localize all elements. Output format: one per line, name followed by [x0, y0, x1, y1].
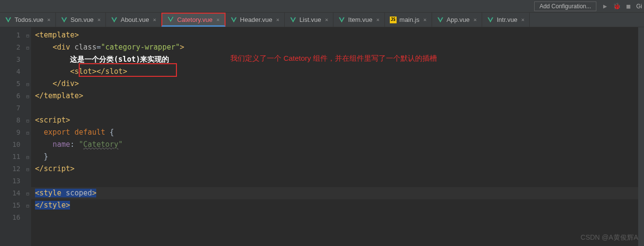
line-number: 15 [12, 201, 20, 209]
scrollbar[interactable] [638, 27, 644, 246]
code-line-11[interactable]: } [31, 151, 644, 163]
tab-catetory[interactable]: Catetory.vue ✕ [161, 13, 225, 27]
fold-icon[interactable]: ⊟ [26, 187, 29, 199]
fold-icon[interactable]: ⊟ [26, 163, 29, 175]
line-number: 14 [12, 189, 20, 197]
run-icon[interactable]: ▶ [601, 2, 609, 10]
line-number: 3 [17, 55, 20, 63]
tab-todos[interactable]: Todos.vue ✕ [0, 13, 56, 27]
close-icon[interactable]: ✕ [473, 17, 477, 23]
line-number: 1 [17, 31, 20, 39]
code-line-9[interactable]: export default { [31, 126, 644, 139]
tab-label: Header.vue [240, 16, 273, 23]
vue-icon [111, 17, 118, 23]
vue-icon [167, 16, 174, 23]
tab-about[interactable]: About.vue ✕ [106, 13, 161, 27]
tab-label: Todos.vue [15, 16, 43, 23]
code-editor[interactable]: 1⊟ 2⊟ 3 4 5⊟ 6⊟ 7 8⊟ 9⊟ 10 11⊟ 12⊟ 13 14… [0, 27, 644, 246]
line-number: 11 [12, 153, 20, 160]
tab-label: Item.vue [348, 16, 372, 23]
js-icon: JS [390, 17, 397, 23]
toolbar-icons-group: ▶ 🐞 ■ [601, 2, 632, 10]
fold-icon[interactable]: ⊟ [26, 78, 29, 90]
tab-label: App.vue [447, 16, 470, 23]
tab-item[interactable]: Item.vue ✕ [333, 13, 384, 27]
debug-icon[interactable]: 🐞 [613, 2, 621, 10]
tab-header[interactable]: Header.vue ✕ [226, 13, 285, 27]
close-icon[interactable]: ✕ [153, 17, 157, 23]
tab-label: Catetory.vue [177, 16, 212, 23]
code-line-12[interactable]: </script> [31, 163, 644, 175]
fold-icon[interactable]: ⊟ [26, 199, 29, 211]
fold-icon[interactable]: ⊟ [26, 29, 29, 41]
top-toolbar: Add Configuration... ▶ 🐞 ■ Gi [0, 0, 644, 13]
annotation-text: 我们定义了一个 Catetory 组件，并在组件里写了一个默认的插槽 [230, 54, 437, 63]
fold-icon[interactable]: ⊟ [26, 114, 29, 126]
tab-list[interactable]: List.vue ✕ [285, 13, 333, 27]
tab-son[interactable]: Son.vue ✕ [56, 13, 106, 27]
close-icon[interactable]: ✕ [216, 17, 220, 23]
line-number: 10 [12, 141, 20, 148]
code-line-4[interactable]: <slot></slot> [31, 66, 644, 78]
fold-icon[interactable]: ⊟ [26, 126, 29, 139]
tab-app[interactable]: App.vue ✕ [432, 13, 482, 27]
line-number: 12 [12, 165, 20, 173]
line-number: 8 [17, 116, 20, 124]
code-line-1[interactable]: <template> [31, 29, 644, 41]
tab-label: Intr.vue [497, 16, 518, 23]
vue-icon [5, 17, 12, 23]
vue-icon [230, 17, 237, 23]
code-line-7[interactable] [31, 102, 644, 114]
code-line-8[interactable]: <script> [31, 114, 644, 126]
fold-icon[interactable]: ⊟ [26, 90, 29, 102]
line-number: 13 [12, 177, 20, 185]
close-icon[interactable]: ✕ [276, 17, 279, 23]
tab-label: Son.vue [70, 16, 94, 23]
line-number: 2 [17, 43, 20, 51]
code-line-15[interactable]: </style> [31, 199, 644, 211]
tab-intr[interactable]: Intr.vue ✕ [482, 13, 530, 27]
line-number: 16 [12, 213, 20, 221]
code-line-2[interactable]: <div class="category-wrapper"> [31, 41, 644, 53]
tab-label: main.js [400, 16, 419, 23]
vue-icon [290, 17, 296, 23]
fold-icon[interactable]: ⊟ [26, 151, 29, 163]
code-line-10[interactable]: name: "Catetory" [31, 139, 644, 151]
close-icon[interactable]: ✕ [325, 17, 329, 23]
stop-icon[interactable]: ■ [625, 2, 632, 10]
vue-icon [437, 17, 444, 23]
line-number: 6 [17, 92, 20, 100]
code-line-5[interactable]: </div> [31, 78, 644, 90]
line-number: 7 [17, 104, 20, 112]
tab-label: About.vue [121, 16, 149, 23]
close-icon[interactable]: ✕ [376, 17, 380, 23]
code-line-16[interactable] [31, 211, 644, 224]
line-number: 4 [17, 68, 20, 75]
close-icon[interactable]: ✕ [423, 17, 427, 23]
watermark: CSDN @A黄俊辉A [581, 233, 638, 242]
add-configuration-button[interactable]: Add Configuration... [534, 1, 596, 11]
tab-label: List.vue [299, 16, 321, 23]
code-area[interactable]: <template> <div class="category-wrapper"… [31, 27, 644, 246]
editor-tabs: Todos.vue ✕ Son.vue ✕ About.vue ✕ Cateto… [0, 13, 644, 27]
vue-icon [61, 17, 68, 23]
line-number: 9 [17, 128, 20, 136]
code-line-6[interactable]: </template> [31, 90, 644, 102]
vue-icon [487, 17, 494, 23]
close-icon[interactable]: ✕ [522, 17, 525, 23]
close-icon[interactable]: ✕ [98, 17, 101, 23]
close-icon[interactable]: ✕ [47, 17, 51, 23]
git-label: Gi [636, 3, 642, 10]
tab-main-js[interactable]: JS main.js ✕ [385, 13, 432, 27]
fold-icon[interactable]: ⊟ [26, 41, 29, 53]
code-line-13[interactable] [31, 175, 644, 187]
vue-icon [338, 17, 345, 23]
line-number: 5 [17, 80, 20, 88]
code-line-14[interactable]: <style scoped> [31, 187, 644, 199]
line-gutter: 1⊟ 2⊟ 3 4 5⊟ 6⊟ 7 8⊟ 9⊟ 10 11⊟ 12⊟ 13 14… [0, 27, 31, 246]
